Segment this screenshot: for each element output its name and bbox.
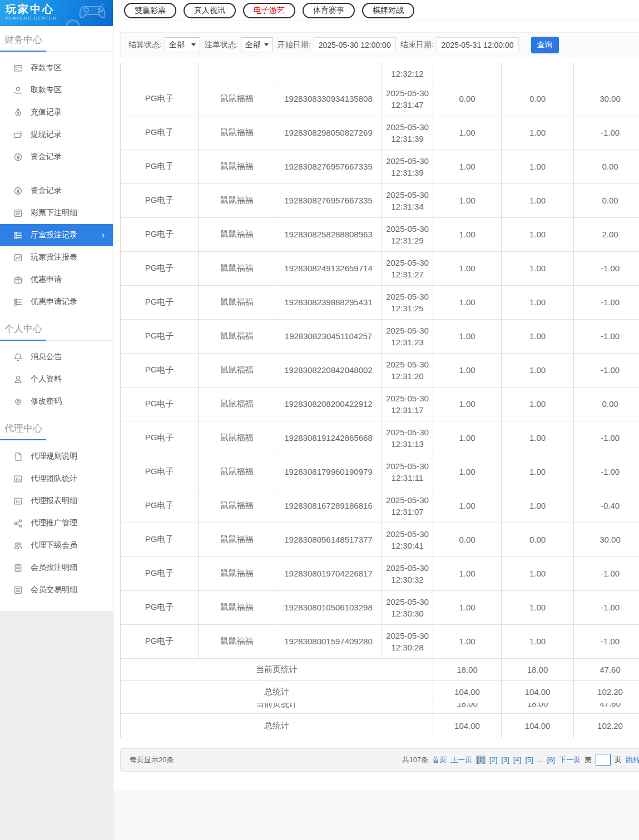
sidebar-item-gear[interactable]: 修改密码 bbox=[0, 390, 113, 412]
stats-value: 104.00 bbox=[502, 713, 574, 738]
tab-3[interactable]: 电子游艺 bbox=[243, 3, 295, 18]
bet-time: 12:31:47 bbox=[382, 99, 433, 111]
bet-date: 2025-05-30 bbox=[382, 121, 433, 133]
tab-5[interactable]: 棋牌对战 bbox=[362, 3, 414, 18]
start-date-input[interactable] bbox=[314, 37, 396, 52]
sidebar-item-label: 消息公告 bbox=[31, 352, 62, 362]
page-link[interactable]: [5] bbox=[525, 755, 533, 764]
next-page-link[interactable]: 下一页 bbox=[559, 755, 581, 765]
sidebar-item-promo-apply[interactable]: 优惠申请 bbox=[0, 269, 113, 291]
stats-row: 当前页统计18.0018.0047.60 bbox=[121, 658, 639, 680]
stats-value: 104.00 bbox=[433, 713, 502, 738]
cell bbox=[433, 63, 502, 82]
table-row: PG电子鼠鼠福福19283082082004229122025-05-3012:… bbox=[121, 387, 639, 421]
game-cell: 鼠鼠福福 bbox=[199, 285, 275, 319]
table-row: PG电子鼠鼠福福19283080561485173772025-05-3012:… bbox=[121, 523, 639, 556]
stats-value: 18.00 bbox=[433, 658, 502, 680]
order-status-select[interactable]: 全部 bbox=[241, 37, 273, 52]
platform-cell: PG电子 bbox=[121, 590, 199, 624]
brand-logo: 玩家中心 PLAYERS CENTER bbox=[0, 0, 113, 26]
sidebar-item-deposit-card[interactable]: 存款专区 bbox=[0, 57, 113, 79]
game-cell: 鼠鼠福福 bbox=[199, 624, 275, 658]
bet-no-cell: 1928308019704226817 bbox=[275, 556, 382, 590]
sidebar-item-recharge-bag[interactable]: 充值记录 bbox=[0, 101, 113, 123]
bet-time: 12:31:07 bbox=[382, 506, 433, 518]
sidebar-item-report-detail[interactable]: 代理报表明细 bbox=[0, 490, 113, 512]
tab-2[interactable]: 真人视讯 bbox=[184, 3, 236, 18]
bet-time: 12:31:20 bbox=[382, 370, 433, 382]
tab-4[interactable]: 体育赛事 bbox=[303, 3, 355, 18]
chevron-down-icon bbox=[191, 43, 196, 46]
sidebar-item-label: 代理规则说明 bbox=[31, 451, 77, 461]
bet-no-cell: 1928308249132659714 bbox=[275, 251, 382, 285]
settle-status-select[interactable]: 全部 bbox=[165, 37, 200, 52]
sidebar-item-user[interactable]: 个人资料 bbox=[0, 368, 113, 390]
page-link[interactable]: [6] bbox=[547, 755, 555, 764]
jump-button[interactable]: 跳转 bbox=[626, 755, 639, 765]
sidebar-item-member-trans[interactable]: 会员交易明细 bbox=[0, 579, 113, 601]
deposit-card-icon bbox=[13, 63, 23, 73]
bet-no-cell: 1928308258288808963 bbox=[275, 217, 382, 251]
table-row: PG电子鼠鼠福福19283083309341358082025-05-3012:… bbox=[121, 82, 639, 116]
valid-amount-cell: 1.00 bbox=[502, 319, 574, 353]
sidebar-item-lottery-bets[interactable]: 彩票下注明细 bbox=[0, 202, 113, 224]
jump-page-input[interactable] bbox=[596, 754, 611, 766]
sidebar-item-member-bets[interactable]: 会员投注明细 bbox=[0, 556, 113, 579]
win-loss-cell: -1.00 bbox=[574, 353, 639, 387]
cell bbox=[275, 63, 382, 82]
valid-amount-cell: 0.00 bbox=[502, 82, 574, 116]
sidebar-item-label: 资金记录 bbox=[31, 186, 62, 196]
bet-time: 12:31:29 bbox=[382, 235, 433, 246]
sidebar-section-title: 代理中心 bbox=[0, 415, 113, 440]
platform-cell: PG电子 bbox=[121, 251, 199, 285]
sidebar-item-doc[interactable]: 代理规则说明 bbox=[0, 445, 113, 468]
page-link[interactable]: [3] bbox=[501, 755, 509, 764]
page-link[interactable]: [4] bbox=[513, 755, 521, 764]
lottery-bets-icon bbox=[13, 208, 23, 218]
page-link-current[interactable]: [1] bbox=[476, 755, 485, 764]
main-area: 雙贏彩票真人视讯电子游艺体育赛事棋牌对战 结算状态: 全部 注单状态: 全部 开… bbox=[113, 0, 639, 840]
table-row: PG电子鼠鼠福福19283081912428656682025-05-3012:… bbox=[121, 421, 639, 455]
bet-amount-cell: 1.00 bbox=[433, 556, 502, 590]
end-date-label: 结束日期: bbox=[400, 40, 434, 50]
jump-prefix-label: 第 bbox=[584, 755, 592, 765]
sidebar-item-player-report[interactable]: 玩家投注报表 bbox=[0, 246, 113, 269]
prev-page-link[interactable]: 上一页 bbox=[450, 755, 472, 765]
table-row: PG电子鼠鼠福福19283080105061032982025-05-3012:… bbox=[121, 590, 639, 624]
table-row: PG电子鼠鼠福福19283080197042268172025-05-3012:… bbox=[121, 556, 639, 590]
game-cell: 鼠鼠福福 bbox=[199, 116, 275, 150]
stats-label: 当前页统计 bbox=[121, 703, 433, 713]
bet-date: 2025-05-30 bbox=[382, 87, 433, 99]
content-panel: 雙贏彩票真人视讯电子游艺体育赛事棋牌对战 结算状态: 全部 注单状态: 全部 开… bbox=[113, 0, 639, 789]
sidebar-item-promo-record[interactable]: 优惠申请记录 bbox=[0, 291, 113, 313]
report-detail-icon bbox=[13, 496, 23, 506]
first-page-link[interactable]: 首页 bbox=[432, 755, 447, 765]
page-link[interactable]: [2] bbox=[489, 755, 497, 764]
table-row: PG电子鼠鼠福福19283080015974092802025-05-3012:… bbox=[121, 624, 639, 658]
sidebar-item-share[interactable]: 代理推广管理 bbox=[0, 512, 113, 534]
bet-no-cell: 1928308056148517377 bbox=[275, 523, 382, 556]
valid-amount-cell: 1.00 bbox=[502, 556, 574, 590]
sidebar-item-members[interactable]: 代理下级会员 bbox=[0, 534, 113, 556]
search-button[interactable]: 查询 bbox=[531, 37, 559, 53]
sidebar-item-funds-record[interactable]: 资金记录 bbox=[0, 146, 113, 168]
bet-time: 12:31:17 bbox=[382, 404, 433, 416]
end-date-input[interactable] bbox=[437, 37, 519, 52]
bet-amount-cell: 1.00 bbox=[433, 455, 502, 489]
sidebar-item-hall-bets[interactable]: 厅室投注记录› bbox=[0, 224, 113, 246]
time-cell: 2025-05-3012:30:41 bbox=[382, 523, 433, 556]
bet-amount-cell: 1.00 bbox=[433, 421, 502, 455]
bet-date: 2025-05-30 bbox=[382, 155, 433, 167]
bet-date: 2025-05-30 bbox=[382, 596, 433, 608]
pagination-bar: 每页显示20条 共107条首页上一页[1][2][3][4][5]...[6]下… bbox=[120, 748, 639, 772]
sidebar-item-withdraw-record[interactable]: 提现记录 bbox=[0, 123, 113, 146]
sidebar-item-bell[interactable]: 消息公告 bbox=[0, 346, 113, 368]
sidebar-item-withdraw-hand[interactable]: 取款专区 bbox=[0, 79, 113, 101]
win-loss-cell: -1.00 bbox=[574, 590, 639, 624]
sidebar-item-team-stats[interactable]: 代理团队统计 bbox=[0, 468, 113, 490]
bet-time: 12:31:27 bbox=[382, 269, 433, 280]
game-cell: 鼠鼠福福 bbox=[199, 590, 275, 624]
tab-1[interactable]: 雙贏彩票 bbox=[124, 3, 176, 18]
sidebar-item-funds-record[interactable]: 资金记录 bbox=[0, 180, 113, 202]
bet-no-cell: 1928308167289186816 bbox=[275, 489, 382, 523]
